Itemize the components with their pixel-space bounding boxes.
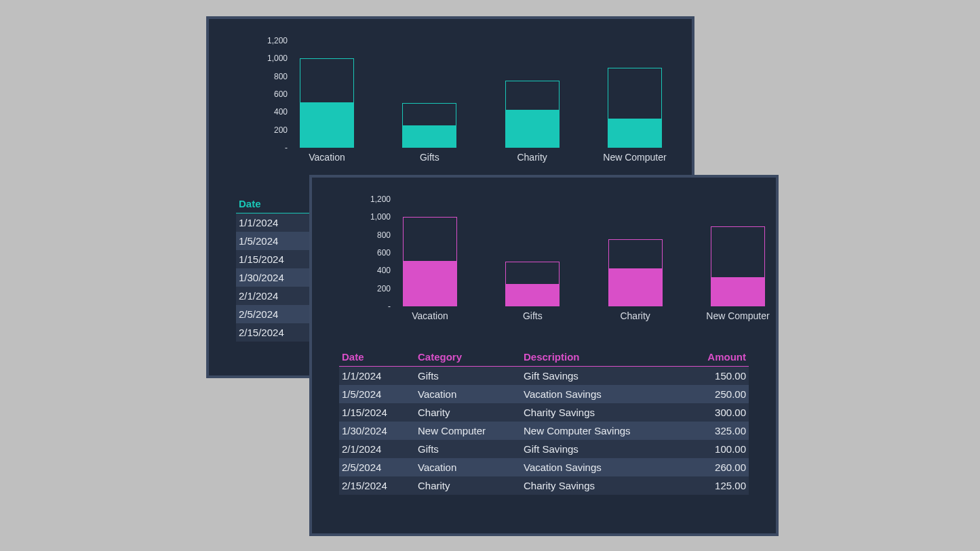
- col-date: Date: [339, 351, 415, 363]
- bar-vacation: [300, 41, 354, 148]
- cell-category: New Computer: [415, 425, 521, 436]
- cell-date: 1/1/2024: [236, 217, 312, 228]
- table-row: 1/30/2024New ComputerNew Computer Saving…: [339, 422, 749, 440]
- table-row: 1/1/2024: [236, 213, 312, 232]
- bar-saved: [608, 119, 662, 148]
- y-tick: 1,200: [267, 36, 288, 45]
- cell-description: Gift Savings: [521, 443, 688, 455]
- table-row: 1/1/2024GiftsGift Savings150.00: [339, 367, 749, 385]
- table-row: 1/15/2024: [236, 250, 312, 268]
- cell-description: Gift Savings: [521, 370, 688, 382]
- cell-date: 1/5/2024: [339, 388, 415, 400]
- savings-chart-teal: 1,2001,000800600400200- VacationGiftsCha…: [236, 33, 670, 188]
- cell-date: 1/30/2024: [236, 272, 312, 283]
- cell-date: 1/15/2024: [339, 407, 415, 418]
- y-tick: 600: [274, 89, 288, 99]
- cell-date: 1/5/2024: [236, 235, 312, 247]
- y-tick: 400: [274, 107, 288, 117]
- bar-saved: [711, 277, 765, 306]
- cell-amount: 260.00: [688, 462, 749, 473]
- col-description: Description: [521, 351, 688, 363]
- bar-gifts: [402, 41, 456, 148]
- bar-new-computer: [711, 199, 765, 306]
- table-row: 2/5/2024: [236, 305, 312, 323]
- y-tick: -: [388, 302, 391, 311]
- cell-category: Gifts: [415, 370, 521, 382]
- bar-saved: [403, 261, 457, 306]
- col-date: Date: [236, 198, 312, 209]
- table-row: 1/15/2024CharityCharity Savings300.00: [339, 403, 749, 422]
- col-category: Category: [415, 351, 521, 363]
- plot-area: [396, 199, 765, 306]
- table-row: 1/5/2024VacationVacation Savings250.00: [339, 385, 749, 403]
- table-row: 2/1/2024GiftsGift Savings100.00: [339, 440, 749, 458]
- y-tick: 1,000: [267, 54, 288, 63]
- y-tick: 400: [377, 266, 391, 275]
- cell-category: Vacation: [415, 462, 521, 473]
- x-label: Vacation: [383, 310, 477, 321]
- cell-date: 2/15/2024: [236, 327, 312, 338]
- y-tick: 1,200: [370, 195, 391, 204]
- cell-amount: 250.00: [688, 388, 749, 400]
- cell-amount: 100.00: [688, 443, 749, 455]
- x-label: Charity: [588, 310, 683, 321]
- cell-amount: 300.00: [688, 407, 749, 418]
- y-axis: 1,2001,000800600400200-: [339, 191, 393, 306]
- cell-date: 2/1/2024: [339, 443, 415, 455]
- bar-saved: [402, 125, 456, 148]
- x-label: Vacation: [279, 152, 374, 163]
- table-row: 1/30/2024: [236, 268, 312, 287]
- cell-date: 2/15/2024: [339, 480, 415, 491]
- y-axis: 1,2001,000800600400200-: [236, 33, 290, 148]
- x-label: Gifts: [485, 310, 580, 321]
- cell-category: Vacation: [415, 388, 521, 400]
- bar-gifts: [505, 199, 560, 306]
- transactions-table-pink: Date Category Description Amount 1/1/202…: [339, 347, 749, 495]
- y-tick: 600: [377, 248, 391, 258]
- savings-chart-pink: 1,2001,000800600400200- VacationGiftsCha…: [339, 191, 773, 347]
- table-row: 2/1/2024: [236, 287, 312, 305]
- table-row: 2/5/2024VacationVacation Savings260.00: [339, 458, 749, 476]
- x-label: Gifts: [382, 152, 477, 163]
- bar-new-computer: [608, 41, 662, 148]
- x-label: Charity: [485, 152, 580, 163]
- y-tick: 200: [377, 284, 391, 293]
- cell-description: Charity Savings: [521, 407, 688, 418]
- table-row: 1/5/2024: [236, 232, 312, 250]
- cell-date: 2/1/2024: [236, 290, 312, 302]
- y-tick: 800: [274, 72, 288, 81]
- cell-date: 1/30/2024: [339, 425, 415, 436]
- y-tick: -: [285, 143, 288, 152]
- table-row: 2/15/2024CharityCharity Savings125.00: [339, 476, 749, 495]
- cell-category: Charity: [415, 480, 521, 491]
- dashboard-panel-pink: 1,2001,000800600400200- VacationGiftsCha…: [309, 175, 779, 536]
- bar-charity: [608, 199, 663, 306]
- y-tick: 800: [377, 230, 391, 240]
- cell-category: Gifts: [415, 443, 521, 455]
- plot-area: [293, 41, 662, 148]
- x-label: New Computer: [690, 310, 785, 321]
- y-tick: 1,000: [370, 212, 391, 222]
- cell-description: New Computer Savings: [521, 425, 688, 436]
- cell-amount: 325.00: [688, 425, 749, 436]
- cell-description: Vacation Savings: [521, 388, 688, 400]
- bar-saved: [505, 284, 560, 306]
- bar-saved: [608, 268, 663, 306]
- cell-date: 1/15/2024: [236, 253, 312, 265]
- table-row: 2/15/2024: [236, 323, 312, 342]
- cell-date: 2/5/2024: [236, 308, 312, 320]
- bar-vacation: [403, 199, 457, 306]
- x-label: New Computer: [587, 152, 682, 163]
- table-header: Date: [236, 194, 312, 213]
- transactions-table-teal: Date 1/1/20241/5/20241/15/20241/30/20242…: [236, 194, 312, 342]
- bar-saved: [300, 102, 354, 148]
- cell-description: Vacation Savings: [521, 462, 688, 473]
- cell-category: Charity: [415, 407, 521, 418]
- cell-date: 1/1/2024: [339, 370, 415, 382]
- cell-amount: 150.00: [688, 370, 749, 382]
- cell-description: Charity Savings: [521, 480, 688, 491]
- col-amount: Amount: [688, 351, 749, 363]
- y-tick: 200: [274, 125, 288, 135]
- cell-amount: 125.00: [688, 480, 749, 491]
- table-header: Date Category Description Amount: [339, 347, 749, 367]
